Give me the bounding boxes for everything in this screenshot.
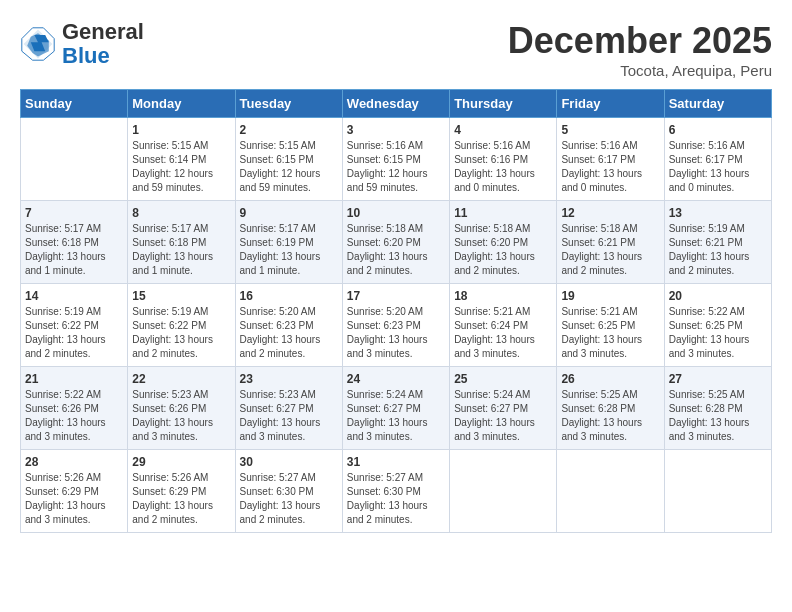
day-number: 15 xyxy=(132,289,230,303)
day-info: Sunrise: 5:22 AM Sunset: 6:26 PM Dayligh… xyxy=(25,388,123,444)
calendar-cell: 30Sunrise: 5:27 AM Sunset: 6:30 PM Dayli… xyxy=(235,450,342,533)
calendar-cell: 6Sunrise: 5:16 AM Sunset: 6:17 PM Daylig… xyxy=(664,118,771,201)
day-number: 30 xyxy=(240,455,338,469)
calendar-week-row: 28Sunrise: 5:26 AM Sunset: 6:29 PM Dayli… xyxy=(21,450,772,533)
calendar-cell: 24Sunrise: 5:24 AM Sunset: 6:27 PM Dayli… xyxy=(342,367,449,450)
day-number: 2 xyxy=(240,123,338,137)
day-info: Sunrise: 5:20 AM Sunset: 6:23 PM Dayligh… xyxy=(240,305,338,361)
calendar-cell: 27Sunrise: 5:25 AM Sunset: 6:28 PM Dayli… xyxy=(664,367,771,450)
calendar-day-header: Wednesday xyxy=(342,90,449,118)
calendar-cell: 12Sunrise: 5:18 AM Sunset: 6:21 PM Dayli… xyxy=(557,201,664,284)
calendar-cell: 29Sunrise: 5:26 AM Sunset: 6:29 PM Dayli… xyxy=(128,450,235,533)
day-info: Sunrise: 5:24 AM Sunset: 6:27 PM Dayligh… xyxy=(454,388,552,444)
day-info: Sunrise: 5:23 AM Sunset: 6:27 PM Dayligh… xyxy=(240,388,338,444)
calendar-cell: 3Sunrise: 5:16 AM Sunset: 6:15 PM Daylig… xyxy=(342,118,449,201)
calendar-cell: 9Sunrise: 5:17 AM Sunset: 6:19 PM Daylig… xyxy=(235,201,342,284)
calendar-table: SundayMondayTuesdayWednesdayThursdayFrid… xyxy=(20,89,772,533)
day-number: 10 xyxy=(347,206,445,220)
day-info: Sunrise: 5:16 AM Sunset: 6:16 PM Dayligh… xyxy=(454,139,552,195)
day-info: Sunrise: 5:23 AM Sunset: 6:26 PM Dayligh… xyxy=(132,388,230,444)
calendar-cell: 22Sunrise: 5:23 AM Sunset: 6:26 PM Dayli… xyxy=(128,367,235,450)
calendar-cell: 1Sunrise: 5:15 AM Sunset: 6:14 PM Daylig… xyxy=(128,118,235,201)
calendar-week-row: 7Sunrise: 5:17 AM Sunset: 6:18 PM Daylig… xyxy=(21,201,772,284)
location-title: Tocota, Arequipa, Peru xyxy=(508,62,772,79)
calendar-header-row: SundayMondayTuesdayWednesdayThursdayFrid… xyxy=(21,90,772,118)
day-info: Sunrise: 5:19 AM Sunset: 6:22 PM Dayligh… xyxy=(25,305,123,361)
day-info: Sunrise: 5:19 AM Sunset: 6:21 PM Dayligh… xyxy=(669,222,767,278)
day-info: Sunrise: 5:27 AM Sunset: 6:30 PM Dayligh… xyxy=(347,471,445,527)
calendar-cell xyxy=(450,450,557,533)
day-info: Sunrise: 5:21 AM Sunset: 6:24 PM Dayligh… xyxy=(454,305,552,361)
day-number: 22 xyxy=(132,372,230,386)
calendar-cell: 18Sunrise: 5:21 AM Sunset: 6:24 PM Dayli… xyxy=(450,284,557,367)
day-info: Sunrise: 5:25 AM Sunset: 6:28 PM Dayligh… xyxy=(561,388,659,444)
day-info: Sunrise: 5:15 AM Sunset: 6:14 PM Dayligh… xyxy=(132,139,230,195)
day-info: Sunrise: 5:27 AM Sunset: 6:30 PM Dayligh… xyxy=(240,471,338,527)
day-info: Sunrise: 5:19 AM Sunset: 6:22 PM Dayligh… xyxy=(132,305,230,361)
day-info: Sunrise: 5:16 AM Sunset: 6:17 PM Dayligh… xyxy=(669,139,767,195)
day-number: 17 xyxy=(347,289,445,303)
calendar-week-row: 14Sunrise: 5:19 AM Sunset: 6:22 PM Dayli… xyxy=(21,284,772,367)
calendar-cell xyxy=(664,450,771,533)
day-info: Sunrise: 5:17 AM Sunset: 6:18 PM Dayligh… xyxy=(25,222,123,278)
day-info: Sunrise: 5:17 AM Sunset: 6:19 PM Dayligh… xyxy=(240,222,338,278)
day-number: 14 xyxy=(25,289,123,303)
calendar-cell: 4Sunrise: 5:16 AM Sunset: 6:16 PM Daylig… xyxy=(450,118,557,201)
calendar-cell: 13Sunrise: 5:19 AM Sunset: 6:21 PM Dayli… xyxy=(664,201,771,284)
calendar-cell: 28Sunrise: 5:26 AM Sunset: 6:29 PM Dayli… xyxy=(21,450,128,533)
day-number: 7 xyxy=(25,206,123,220)
calendar-day-header: Saturday xyxy=(664,90,771,118)
calendar-cell: 14Sunrise: 5:19 AM Sunset: 6:22 PM Dayli… xyxy=(21,284,128,367)
calendar-cell: 17Sunrise: 5:20 AM Sunset: 6:23 PM Dayli… xyxy=(342,284,449,367)
day-number: 25 xyxy=(454,372,552,386)
day-info: Sunrise: 5:26 AM Sunset: 6:29 PM Dayligh… xyxy=(132,471,230,527)
day-info: Sunrise: 5:16 AM Sunset: 6:17 PM Dayligh… xyxy=(561,139,659,195)
calendar-day-header: Sunday xyxy=(21,90,128,118)
day-info: Sunrise: 5:18 AM Sunset: 6:20 PM Dayligh… xyxy=(454,222,552,278)
calendar-week-row: 21Sunrise: 5:22 AM Sunset: 6:26 PM Dayli… xyxy=(21,367,772,450)
calendar-day-header: Tuesday xyxy=(235,90,342,118)
calendar-day-header: Friday xyxy=(557,90,664,118)
day-info: Sunrise: 5:21 AM Sunset: 6:25 PM Dayligh… xyxy=(561,305,659,361)
calendar-cell: 20Sunrise: 5:22 AM Sunset: 6:25 PM Dayli… xyxy=(664,284,771,367)
day-number: 4 xyxy=(454,123,552,137)
day-number: 5 xyxy=(561,123,659,137)
day-info: Sunrise: 5:22 AM Sunset: 6:25 PM Dayligh… xyxy=(669,305,767,361)
day-info: Sunrise: 5:25 AM Sunset: 6:28 PM Dayligh… xyxy=(669,388,767,444)
day-number: 13 xyxy=(669,206,767,220)
day-number: 27 xyxy=(669,372,767,386)
logo-blue-text: Blue xyxy=(62,43,110,68)
logo-icon xyxy=(20,26,56,62)
calendar-cell: 31Sunrise: 5:27 AM Sunset: 6:30 PM Dayli… xyxy=(342,450,449,533)
day-number: 26 xyxy=(561,372,659,386)
calendar-cell: 11Sunrise: 5:18 AM Sunset: 6:20 PM Dayli… xyxy=(450,201,557,284)
logo: General Blue xyxy=(20,20,144,68)
calendar-cell: 19Sunrise: 5:21 AM Sunset: 6:25 PM Dayli… xyxy=(557,284,664,367)
calendar-cell xyxy=(21,118,128,201)
day-number: 9 xyxy=(240,206,338,220)
calendar-cell: 26Sunrise: 5:25 AM Sunset: 6:28 PM Dayli… xyxy=(557,367,664,450)
day-info: Sunrise: 5:17 AM Sunset: 6:18 PM Dayligh… xyxy=(132,222,230,278)
calendar-cell xyxy=(557,450,664,533)
calendar-cell: 23Sunrise: 5:23 AM Sunset: 6:27 PM Dayli… xyxy=(235,367,342,450)
day-info: Sunrise: 5:18 AM Sunset: 6:21 PM Dayligh… xyxy=(561,222,659,278)
day-number: 19 xyxy=(561,289,659,303)
calendar-cell: 5Sunrise: 5:16 AM Sunset: 6:17 PM Daylig… xyxy=(557,118,664,201)
day-number: 3 xyxy=(347,123,445,137)
calendar-cell: 15Sunrise: 5:19 AM Sunset: 6:22 PM Dayli… xyxy=(128,284,235,367)
title-block: December 2025 Tocota, Arequipa, Peru xyxy=(508,20,772,79)
day-number: 20 xyxy=(669,289,767,303)
day-number: 8 xyxy=(132,206,230,220)
day-number: 28 xyxy=(25,455,123,469)
day-info: Sunrise: 5:16 AM Sunset: 6:15 PM Dayligh… xyxy=(347,139,445,195)
calendar-day-header: Monday xyxy=(128,90,235,118)
calendar-week-row: 1Sunrise: 5:15 AM Sunset: 6:14 PM Daylig… xyxy=(21,118,772,201)
day-number: 21 xyxy=(25,372,123,386)
calendar-cell: 7Sunrise: 5:17 AM Sunset: 6:18 PM Daylig… xyxy=(21,201,128,284)
day-info: Sunrise: 5:26 AM Sunset: 6:29 PM Dayligh… xyxy=(25,471,123,527)
calendar-cell: 21Sunrise: 5:22 AM Sunset: 6:26 PM Dayli… xyxy=(21,367,128,450)
day-number: 29 xyxy=(132,455,230,469)
day-info: Sunrise: 5:18 AM Sunset: 6:20 PM Dayligh… xyxy=(347,222,445,278)
day-info: Sunrise: 5:20 AM Sunset: 6:23 PM Dayligh… xyxy=(347,305,445,361)
calendar-day-header: Thursday xyxy=(450,90,557,118)
